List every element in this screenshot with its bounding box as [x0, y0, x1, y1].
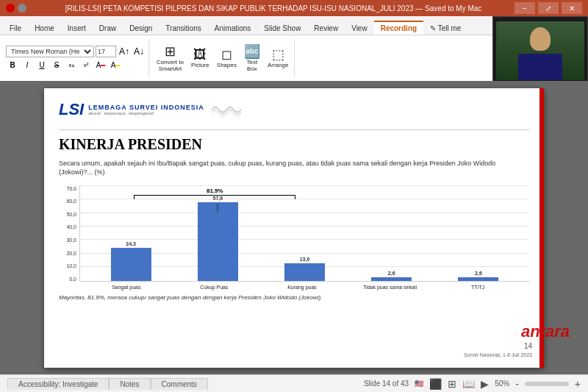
- font-group: Times New Roman (Hea... A↑ A↓ B I U S x₂…: [3, 39, 149, 77]
- bar-rect-1: [111, 248, 151, 281]
- arrange-btn[interactable]: ⬚ Arrange: [265, 41, 291, 75]
- tab-slideshow[interactable]: Slide Show: [257, 21, 307, 35]
- logo-decoration: [212, 101, 241, 118]
- font-row-2: B I U S x₂ x² A▬ A▬: [6, 59, 146, 71]
- bar-cukup-puas: 57,6: [174, 196, 261, 281]
- tab-design[interactable]: Design: [123, 21, 159, 35]
- maximize-btn[interactable]: ⤢: [538, 2, 559, 14]
- lsi-tagline: akurat . terpercaya . berpengaruh: [88, 111, 204, 115]
- zoom-level: 50%: [495, 379, 509, 388]
- font-row-1: Times New Roman (Hea... A↑ A↓: [6, 46, 146, 57]
- slide-title: KINERJA PRESIDEN: [59, 136, 529, 153]
- tab-tellme[interactable]: ✎ Tell me: [423, 21, 467, 35]
- underline-btn[interactable]: U: [35, 59, 49, 71]
- antara-logo: antara: [521, 322, 570, 341]
- font-size-input[interactable]: [96, 46, 116, 57]
- textbox-btn[interactable]: 🔤 TextBox: [241, 41, 263, 75]
- subscript-btn[interactable]: x₂: [65, 59, 78, 71]
- reading-view-icon[interactable]: 📖: [462, 378, 475, 390]
- picture-btn[interactable]: 🖼 Picture: [188, 41, 212, 75]
- ribbon: File Home Insert Draw Design Transitions…: [0, 16, 492, 81]
- app-wrapper: [RILIS-LSI] PETA KOMPETISI PILPRES DAN S…: [0, 0, 588, 392]
- slide-bottom-note: Mayoritas, 81.9%, merasa cukup/ sangat p…: [59, 294, 529, 301]
- slide-survey-info: Survei Nasional, 1-8 Juli 2023: [464, 352, 532, 357]
- window-title: [RILIS-LSI] PETA KOMPETISI PILPRES DAN S…: [32, 4, 514, 13]
- bar-sangat-puas: 24,3: [87, 241, 174, 281]
- zoom-in-icon[interactable]: +: [575, 378, 581, 390]
- shapes-btn[interactable]: ◻ Shapes: [214, 41, 240, 75]
- y-label-40: 40,0: [59, 224, 76, 229]
- status-bar: Accessibility: Investigate Notes Comment…: [0, 374, 588, 392]
- window-controls: − ⤢ ✕: [514, 2, 582, 14]
- close-btn[interactable]: ✕: [562, 2, 582, 14]
- y-axis: 70,0 60,0 50,0 40,0 30,0 20,0 10,0 0,0: [59, 186, 79, 282]
- comments-tab[interactable]: Comments: [151, 378, 208, 390]
- lsi-logo-text: LSI: [59, 100, 84, 119]
- slide: LSI LEMBAGA SURVEI INDONESIA akurat . te…: [44, 88, 544, 368]
- bar-value-1: 24,3: [126, 241, 136, 246]
- slide-count: Slide 14 of 43: [364, 379, 409, 388]
- tab-draw[interactable]: Draw: [93, 21, 123, 35]
- status-right: Slide 14 of 43 🇺🇸 ⬛ ⊞ 📖 ▶ 50% - +: [364, 378, 581, 390]
- slide-logo: LSI LEMBAGA SURVEI INDONESIA akurat . te…: [59, 100, 529, 122]
- bold-btn[interactable]: B: [6, 59, 19, 71]
- accessibility-tab[interactable]: Accessibility: Investigate: [7, 378, 109, 390]
- minimize-btn[interactable]: −: [514, 2, 535, 14]
- tab-review[interactable]: Review: [307, 21, 345, 35]
- bars-row: 24,3 57,6: [80, 186, 529, 281]
- tab-file[interactable]: File: [3, 21, 28, 35]
- chart-area: 70,0 60,0 50,0 40,0 30,0 20,0 10,0 0,0: [59, 186, 529, 290]
- font-family-select[interactable]: Times New Roman (Hea...: [6, 46, 94, 57]
- ribbon-content-row: Times New Roman (Hea... A↑ A↓ B I U S x₂…: [0, 35, 492, 81]
- increase-font-btn[interactable]: A↑: [118, 46, 131, 57]
- bar-rect-5: [458, 277, 498, 281]
- highlight-btn[interactable]: A▬: [109, 59, 122, 71]
- superscript-btn[interactable]: x²: [79, 59, 93, 71]
- x-label-2: Cukup Puas: [171, 285, 259, 290]
- content-area: LSI LEMBAGA SURVEI INDONESIA akurat . te…: [0, 81, 588, 374]
- tab-animations[interactable]: Animations: [208, 21, 257, 35]
- zoom-out-icon[interactable]: -: [515, 378, 519, 390]
- chart-with-axes: 70,0 60,0 50,0 40,0 30,0 20,0 10,0 0,0: [59, 186, 529, 282]
- bar-tttj: 2,6: [435, 271, 522, 281]
- x-label-4: Tidak puas sama sekali: [346, 285, 434, 290]
- italic-btn[interactable]: I: [21, 59, 34, 71]
- bar-rect-3: [284, 263, 325, 281]
- status-tabs: Accessibility: Investigate Notes Comment…: [7, 378, 208, 390]
- x-label-1: Sangat puas: [82, 285, 171, 290]
- presenter-view-icon[interactable]: ▶: [481, 378, 489, 390]
- decrease-font-btn[interactable]: A↓: [132, 46, 146, 57]
- tab-home[interactable]: Home: [28, 21, 61, 35]
- zoom-slider[interactable]: [525, 382, 569, 386]
- language-indicator: 🇺🇸: [415, 379, 423, 388]
- convert-smartart-btn[interactable]: ⊞ Convert toSmartArt: [154, 41, 187, 75]
- strikethrough-btn[interactable]: S: [50, 59, 63, 71]
- ribbon-tabs-row: File Home Insert Draw Design Transitions…: [0, 16, 492, 35]
- user-video: [496, 21, 584, 80]
- bar-kurang-puas: 13,0: [261, 257, 348, 281]
- y-label-30: 30,0: [59, 238, 76, 243]
- x-label-5: TT/TJ: [434, 285, 522, 290]
- slide-page-number: 14: [524, 342, 532, 350]
- y-label-20: 20,0: [59, 251, 76, 256]
- tab-recording[interactable]: Recording: [374, 21, 423, 35]
- x-label-3: Kurang puas: [258, 285, 346, 290]
- bar-value-4: 2,6: [388, 271, 395, 276]
- bar-tidak-puas: 2,6: [348, 271, 435, 281]
- y-label-60: 60,0: [59, 199, 76, 204]
- lsi-full-name: LEMBAGA SURVEI INDONESIA: [88, 104, 204, 111]
- font-color-btn[interactable]: A▬: [94, 59, 107, 71]
- slide-divider: [59, 129, 529, 130]
- tab-insert[interactable]: Insert: [61, 21, 93, 35]
- x-label-row: Sangat puas Cukup Puas Kurang puas Tidak…: [59, 285, 529, 290]
- tab-transitions[interactable]: Transitions: [159, 21, 208, 35]
- normal-view-icon[interactable]: ⬛: [429, 378, 442, 390]
- title-bar: [RILIS-LSI] PETA KOMPETISI PILPRES DAN S…: [0, 0, 588, 16]
- y-label-50: 50,0: [59, 212, 76, 217]
- bar-rect-4: [371, 277, 412, 281]
- slide-sorter-icon[interactable]: ⊞: [448, 378, 456, 390]
- notes-tab[interactable]: Notes: [109, 378, 150, 390]
- slide-question: Secara umum, apakah sejauh ini Ibu/Bapak…: [59, 159, 529, 177]
- y-label-10: 10,0: [59, 263, 76, 268]
- tab-view[interactable]: View: [345, 21, 374, 35]
